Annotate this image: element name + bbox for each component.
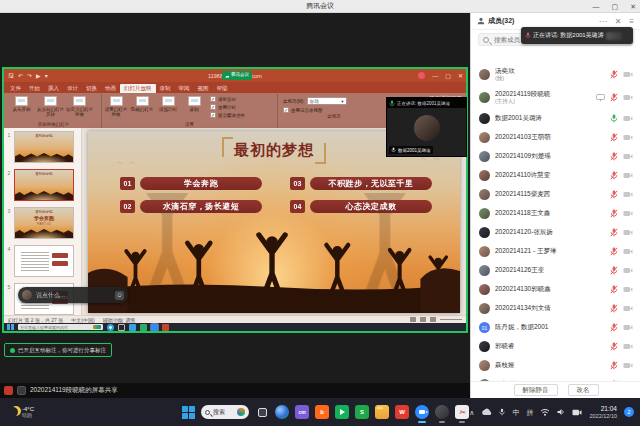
member-row[interactable]: 2020214118王文鑫 [471,204,640,223]
ribbon-button[interactable]: 从当前幻灯片开始 [37,94,64,117]
ribbon-button[interactable]: 设置幻灯片放映 [104,94,128,117]
camera-icon[interactable] [623,191,633,198]
snipping-tool-icon[interactable]: ✂ [455,405,469,419]
member-row[interactable]: 数据2001吴璐涛 [471,109,640,128]
camera-icon[interactable] [623,324,633,331]
tencent-meeting-icon[interactable] [415,405,429,419]
cortana-icon[interactable] [107,324,114,331]
camera-icon[interactable] [623,210,633,217]
qat-customize-icon[interactable]: ▾ [45,73,48,79]
task-view-icon[interactable] [118,324,125,331]
ppt-restore-button[interactable]: ▢ [445,73,451,79]
mic-icon[interactable] [610,342,618,351]
undo-icon[interactable]: ↶ [18,73,23,79]
ribbon-button[interactable]: 排练计时 [156,94,180,112]
member-row[interactable]: 2020214134刘文倩 [471,299,640,318]
panel-menu-icon[interactable]: ≡ [629,17,634,26]
mic-icon[interactable] [610,266,618,275]
mic-icon[interactable] [610,171,618,180]
mic-icon[interactable] [610,93,618,102]
minimize-button[interactable]: — [593,3,600,10]
mic-icon[interactable] [610,285,618,294]
ime-chinese-indicator[interactable]: 中 [512,409,519,416]
mic-icon[interactable] [610,152,618,161]
notification-badge[interactable]: 2 [624,407,634,417]
onedrive-icon[interactable] [481,408,492,416]
camera-icon[interactable] [623,71,633,78]
ribbon-tab[interactable]: 帮助 [213,84,232,94]
language-status[interactable]: 中文(中国) [71,317,94,323]
mic-icon[interactable] [610,361,618,370]
member-row[interactable]: 2020214130郭晓鑫 [471,280,640,299]
member-row[interactable]: 2020214110许慧雯 [471,166,640,185]
ribbon-button[interactable]: 自定义幻灯片放映 [66,94,93,117]
camera-icon[interactable] [623,134,633,141]
more-icon[interactable]: ⋯ [599,17,607,26]
ribbon-checkbox[interactable]: ✓ [210,96,216,102]
ribbon-tab[interactable]: 幻灯片放映 [120,84,156,94]
ribbon-tab[interactable]: 设计 [63,84,82,94]
member-row[interactable]: 聂枝娅 [471,356,640,375]
mic-icon[interactable] [610,70,618,79]
slideshow-view-icon[interactable] [430,317,436,322]
ribbon-checkbox[interactable]: ✓ [210,104,216,110]
mic-icon[interactable] [610,114,618,123]
redo-icon[interactable]: ↷ [27,73,32,79]
ribbon-tab[interactable]: 视图 [194,84,213,94]
tray-mic-icon[interactable] [499,408,505,416]
member-row[interactable]: 01 陈丹妮，数据2001 [471,318,640,337]
mic-icon[interactable] [610,247,618,256]
camera-icon[interactable] [623,362,633,369]
camera-icon[interactable] [623,94,633,101]
ribbon-button[interactable]: 从头开始 [8,94,35,112]
ribbon-tab[interactable]: 录制 [156,84,175,94]
taskbar-search[interactable]: 搜索 [201,405,249,419]
member-row[interactable]: 2020214119段晓晓 (主持人) [471,86,640,109]
ppt-close-button[interactable]: ✕ [458,73,463,79]
save-icon[interactable]: 🖫 [8,73,14,79]
tencent-meeting-icon[interactable] [151,324,158,331]
slide-thumbnail[interactable]: 4 [4,245,81,277]
slideshow-icon[interactable]: ▶ [36,73,41,79]
monitor-select[interactable]: 自动▾ [307,97,347,105]
speaker-icon[interactable] [557,408,565,416]
member-row[interactable]: 2020214109刘楚瑶 [471,147,640,166]
chat-placeholder[interactable]: 说点什么... [36,291,111,300]
camera-icon[interactable] [623,248,633,255]
ribbon-checkbox[interactable]: ✓ [210,112,216,118]
orange-b-app-icon[interactable]: b [315,405,329,419]
close-button[interactable]: ✕ [630,3,636,10]
annotation-status-bar[interactable]: 已开启互动标注，你可进行分享标注 [4,343,112,357]
video-player-app-icon[interactable] [335,405,349,419]
green-s-app-icon[interactable]: S [355,405,369,419]
mic-icon[interactable] [610,190,618,199]
ribbon-tab[interactable]: 动画 [101,84,120,94]
weather-widget[interactable]: -4°C 晴朗 [0,406,34,418]
member-row[interactable]: 2020214120-张辰扬 [471,223,640,242]
member-row[interactable]: 2020214121 - 王梦琳 [471,242,640,261]
wechat-icon[interactable] [140,324,147,331]
slide-thumbnail[interactable]: 1 最初的梦想 [4,131,81,163]
camera-icon[interactable] [623,115,633,122]
ribbon-tab[interactable]: 审阅 [175,84,194,94]
member-row[interactable]: 2020214115柴麦茜 [471,185,640,204]
camera-icon[interactable] [623,172,633,179]
task-view-icon[interactable] [255,405,269,419]
camera-icon[interactable] [623,286,633,293]
camera-icon[interactable] [623,153,633,160]
powerpoint-icon[interactable] [162,324,169,331]
chat-quick-bubble[interactable]: 说点什么... ☺ [18,287,128,303]
unmute-button[interactable]: 解除静音 [514,384,558,397]
shared-search-box[interactable]: 在这里输入你要搜索的内容 [18,324,103,330]
sorter-view-icon[interactable] [420,317,426,322]
zoom-slider[interactable] [440,319,462,320]
camera-icon[interactable] [623,343,633,350]
camera-icon[interactable] [623,229,633,236]
ribbon-tab[interactable]: 开始 [25,84,44,94]
ribbon-tab[interactable]: 切换 [82,84,101,94]
floating-video-window[interactable]: 正在讲话: 数据2001吴璐涛 数据2001吴璐涛 [386,97,467,157]
mic-icon[interactable] [610,304,618,313]
shared-start-button[interactable] [7,324,14,331]
camera-icon[interactable] [623,267,633,274]
clock[interactable]: 21:04 2022/12/10 [589,405,617,419]
